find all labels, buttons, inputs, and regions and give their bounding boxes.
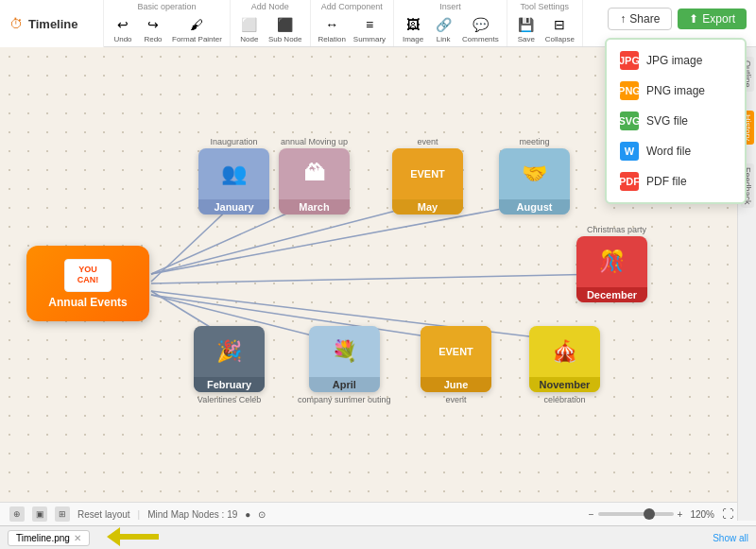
node-button[interactable]: ⬜Node — [236, 13, 263, 45]
march-label: March — [279, 199, 350, 214]
file-tab[interactable]: Timeline.png ✕ — [8, 530, 90, 546]
april-node: 💐 April company summer outing — [298, 326, 391, 404]
may-box[interactable]: EVENT May — [392, 148, 463, 214]
may-caption-top: event — [417, 137, 438, 146]
statusbar-dot1: ● — [245, 509, 250, 520]
zoom-controls: − + 120% — [589, 509, 714, 520]
november-caption-bottom: celebration — [543, 395, 585, 404]
august-node: meeting 🤝 August — [499, 137, 570, 214]
december-box[interactable]: 🎊 December — [576, 236, 647, 302]
april-box[interactable]: 💐 April — [309, 326, 380, 392]
august-box[interactable]: 🤝 August — [499, 148, 570, 214]
february-box[interactable]: 🎉 February — [194, 326, 265, 392]
central-node-label: Annual Events — [48, 296, 127, 309]
format-painter-button[interactable]: 🖌Format Painter — [170, 13, 224, 45]
february-label: February — [194, 377, 265, 392]
june-caption-bottom: event — [445, 395, 466, 404]
zoom-in-button[interactable]: + — [678, 509, 683, 520]
export-pdf-item[interactable]: PDF PDF file — [607, 166, 745, 197]
toolbar-addnode-section: Add Node ⬜Node ⬛Sub Node — [231, 0, 311, 46]
december-label: December — [576, 287, 647, 302]
may-icon: EVENT — [392, 148, 463, 199]
april-icon: 💐 — [309, 326, 380, 377]
summary-button[interactable]: ≡Summary — [352, 13, 387, 45]
share-button[interactable]: ↑ Share — [608, 8, 672, 30]
statusbar-dot2: ⊙ — [258, 509, 266, 520]
file-close-icon[interactable]: ✕ — [74, 533, 81, 543]
show-all-button[interactable]: Show all — [713, 533, 748, 543]
redo-button[interactable]: ↪Redo — [140, 13, 166, 45]
undo-button[interactable]: ↩Undo — [110, 13, 136, 45]
right-toolbar: ↑ Share ⬆ Export — [608, 8, 747, 30]
export-png-label: PNG image — [646, 84, 705, 97]
export-label: Export — [702, 12, 735, 26]
link-button[interactable]: 🔗Link — [430, 13, 456, 45]
image-button[interactable]: 🖼Image — [400, 13, 426, 45]
filebar: Timeline.png ✕ Show all — [0, 525, 756, 549]
svg-icon: SVG — [620, 112, 639, 130]
share-icon: ↑ — [620, 12, 626, 26]
statusbar-icon2[interactable]: ▣ — [32, 506, 47, 522]
save-button[interactable]: 💾Save — [513, 13, 540, 45]
february-icon: 🎉 — [194, 326, 265, 377]
january-label: January — [198, 199, 269, 214]
central-node[interactable]: YOUCAN! Annual Events — [26, 246, 149, 321]
toolbar-addnode-label: Add Node — [251, 2, 289, 11]
june-label: June — [421, 377, 491, 392]
may-node: event EVENT May — [392, 137, 463, 214]
june-event-label: EVENT — [421, 326, 491, 377]
arrow-indicator — [107, 527, 159, 548]
march-box[interactable]: 🏔 March — [279, 148, 350, 214]
statusbar-icon3[interactable]: ⊞ — [55, 506, 70, 522]
march-node: annual Moving up 🏔 March — [279, 137, 350, 214]
toolbar-basic-label: Basic operation — [137, 2, 196, 11]
jpg-icon: JPG — [620, 51, 639, 70]
toolbar-addcomp-label: Add Component — [321, 2, 383, 11]
timeline-icon: ⏱ — [9, 16, 23, 31]
august-caption-top: meeting — [519, 137, 549, 146]
january-box[interactable]: 👥 January — [198, 148, 269, 214]
collapse-button[interactable]: ⊟Collapse — [543, 13, 576, 45]
november-node: 🎪 November celebration — [529, 326, 600, 404]
december-node: Christmas party 🎊 December — [576, 225, 647, 302]
march-icon: 🏔 — [279, 148, 350, 199]
export-button[interactable]: ⬆ Export — [678, 9, 747, 29]
export-word-item[interactable]: W Word file — [607, 136, 745, 166]
export-jpg-label: JPG image — [646, 54, 702, 67]
export-jpg-item[interactable]: JPG JPG image — [607, 45, 745, 76]
december-caption-top: Christmas party — [587, 225, 646, 234]
relation-button[interactable]: ↔Relation — [317, 13, 348, 45]
reset-layout-label[interactable]: Reset layout — [77, 509, 130, 520]
december-icon: 🎊 — [576, 236, 647, 287]
toolbar-insert-label: Insert — [439, 2, 461, 11]
statusbar-icon1[interactable]: ⊕ — [9, 506, 25, 522]
export-icon: ⬆ — [689, 12, 698, 26]
january-caption-top: Inauguration — [210, 137, 257, 146]
toolbar-basic-section: Basic operation ↩Undo ↪Redo 🖌Format Pain… — [104, 0, 231, 46]
svg-line-0 — [151, 203, 234, 282]
export-png-item[interactable]: PNG PNG image — [607, 76, 745, 106]
word-icon: W — [620, 142, 639, 161]
february-node: 🎉 February Valentines Celeb — [194, 326, 265, 404]
june-box[interactable]: EVENT June — [421, 326, 491, 392]
subnode-button[interactable]: ⬛Sub Node — [266, 13, 304, 45]
january-node: Inauguration 👥 January — [198, 137, 269, 214]
toolbar-tools-label: Tool Settings — [521, 2, 570, 11]
november-box[interactable]: 🎪 November — [529, 326, 600, 392]
zoom-slider[interactable] — [598, 512, 674, 516]
central-sticker: YOUCAN! — [64, 259, 112, 292]
export-svg-item[interactable]: SVG SVG file — [607, 106, 745, 136]
export-dropdown: JPG JPG image PNG PNG image SVG SVG file… — [605, 38, 747, 204]
toolbar-addcomp-section: Add Component ↔Relation ≡Summary — [311, 0, 395, 46]
february-caption-bottom: Valentines Celeb — [198, 395, 261, 404]
zoom-level-label: 120% — [690, 509, 714, 520]
mind-map-nodes-label: Mind Map Nodes : 19 — [147, 509, 237, 520]
zoom-out-button[interactable]: − — [589, 509, 594, 520]
comments-button[interactable]: 💬Comments — [460, 13, 501, 45]
fit-button[interactable]: ⛶ — [722, 507, 733, 521]
zoom-thumb — [644, 508, 655, 520]
statusbar: ⊕ ▣ ⊞ Reset layout | Mind Map Nodes : 19… — [0, 502, 756, 525]
june-node: EVENT June event — [421, 326, 491, 404]
arrow-svg — [107, 527, 159, 546]
export-pdf-label: PDF file — [646, 175, 687, 188]
